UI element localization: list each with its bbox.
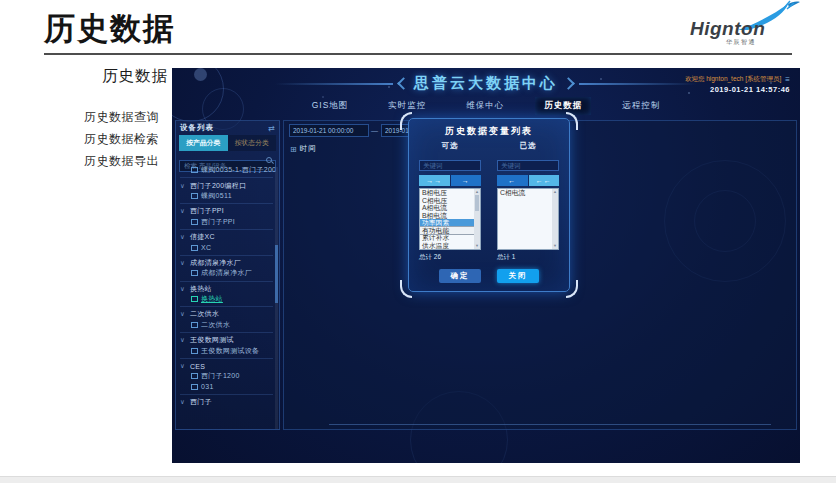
variable-item[interactable]: C相电流 [498, 189, 552, 197]
move-all-right-button[interactable]: →→ [419, 175, 450, 186]
toc-heading: 历史数据 [58, 66, 168, 87]
page-title: 历史数据 [44, 8, 176, 50]
caret-down-icon: ∨ [180, 207, 187, 215]
date-separator: — [371, 127, 378, 134]
variable-item[interactable]: 供水温度 [420, 242, 474, 250]
tree-label: 王俊数网测试 [190, 335, 234, 345]
tree-item[interactable]: 西门子PPI [180, 217, 275, 227]
tree-item[interactable]: 王俊数网测试设备 [180, 345, 275, 355]
tree-item[interactable]: 西门子1200 [180, 371, 275, 381]
table-header-time: ⊞ 时间 [290, 144, 317, 154]
variable-item[interactable]: B相电压 [420, 189, 474, 197]
variable-list-modal: 历史数据变量列表 可选 →→ → B相电压C相电压A相电流B相电流功率因素有功电… [408, 118, 570, 292]
table-divider [329, 424, 771, 425]
logo-brand: Hignton [690, 18, 765, 40]
tree-label: 西门子1200 [201, 371, 240, 381]
grid-icon: ⊞ [290, 145, 297, 154]
device-icon [191, 322, 198, 328]
device-category-tab[interactable]: 按产品分类 [179, 135, 228, 151]
device-icon [191, 219, 198, 225]
toc-item: 历史数据查询 [84, 106, 159, 128]
tree-group[interactable]: ∨西门子200编程口 [180, 177, 273, 190]
tree-label: 西门子PPI [190, 206, 224, 216]
device-icon [191, 167, 198, 173]
move-all-left-button[interactable]: ←← [529, 175, 560, 186]
tree-group[interactable]: ∨成都清泉净水厂 [180, 255, 273, 268]
time-header-label: 时间 [300, 144, 317, 154]
tree-scrollbar-thumb[interactable] [275, 245, 278, 303]
available-keyword-input[interactable] [419, 160, 481, 171]
scroll-down-icon[interactable]: ▼ [475, 243, 479, 249]
nav-tab[interactable]: 历史数据 [535, 97, 591, 115]
variable-item[interactable]: 有功电能 [420, 227, 474, 235]
nav-tab[interactable]: 维保中心 [457, 97, 513, 115]
tree-label: 二次供水 [190, 309, 219, 319]
chosen-keyword-input[interactable] [497, 160, 559, 171]
caret-down-icon: ∨ [180, 336, 187, 344]
tree-item[interactable]: 成都清泉净水厂 [180, 268, 275, 278]
tree-group[interactable]: ∨换热站 [180, 281, 273, 294]
variable-item[interactable]: A相电流 [420, 204, 474, 212]
ok-button[interactable]: 确定 [439, 269, 481, 283]
scroll-up-icon[interactable]: ▲ [553, 189, 557, 195]
nav-tab[interactable]: GIS地图 [303, 97, 358, 115]
tree-label: CES [190, 363, 205, 370]
tree-group[interactable]: ∨王俊数网测试 [180, 332, 273, 345]
tree-group[interactable]: ∨西门子 [180, 394, 273, 407]
chevron-left-icon [397, 77, 410, 90]
tree-label: 王俊数网测试设备 [201, 346, 259, 356]
device-panel-title: 设备列表 [180, 123, 214, 133]
variable-item[interactable]: C相电压 [420, 197, 474, 205]
variable-item[interactable]: 累计补水 [420, 234, 474, 242]
chosen-column: 已选 ← ←← C相电流 ▲ ▼ 总计 1 [497, 141, 559, 262]
dashboard-screenshot: 思普云大数据中心 欢迎您 hignton_tech [系统管理员] ≡ 2019… [172, 68, 800, 463]
search-icon [266, 157, 272, 163]
tree-group[interactable]: ∨西门子PPI [180, 203, 273, 216]
nav-tab[interactable]: 远程控制 [613, 97, 669, 115]
device-icon [191, 270, 198, 276]
move-right-button[interactable]: → [451, 175, 482, 186]
menu-icon[interactable]: ≡ [785, 75, 790, 84]
tree-group[interactable]: ∨CES [180, 358, 273, 371]
device-category-tab[interactable]: 按状态分类 [228, 135, 277, 151]
collapse-icon[interactable]: ⇄ [268, 124, 275, 133]
tree-item[interactable]: 二次供水 [180, 320, 275, 330]
tree-label: XC [201, 244, 211, 251]
tree-scrollbar[interactable] [275, 167, 278, 429]
scroll-down-icon[interactable]: ▼ [553, 243, 557, 249]
tree-group[interactable]: ∨二次供水 [180, 306, 273, 319]
tree-label: 成都清泉净水厂 [201, 268, 252, 278]
chosen-scrollbar[interactable]: ▲ ▼ [552, 189, 558, 249]
chosen-list: C相电流 [498, 189, 552, 249]
logo-subtitle: 华辰智通 [726, 38, 756, 47]
toc-item: 历史数据导出 [84, 150, 159, 172]
date-from-input[interactable] [289, 124, 369, 137]
tree-item[interactable]: 蝶阀0035-1-西门子200 [180, 165, 275, 175]
tree-label: 西门子PPI [201, 217, 235, 227]
tree-item[interactable]: 换热站 [180, 294, 275, 304]
move-left-button[interactable]: ← [497, 175, 528, 186]
tree-label: 西门子200编程口 [190, 181, 246, 191]
tree-label: 西门子 [190, 397, 212, 407]
header-line-right [579, 83, 697, 85]
tree-item[interactable]: 蝶阀0511 [180, 191, 275, 201]
variable-item[interactable]: B相电流 [420, 212, 474, 220]
caret-down-icon: ∨ [180, 285, 187, 293]
close-button[interactable]: 关闭 [497, 269, 539, 283]
available-transfer-buttons: →→ → [419, 175, 481, 186]
available-total: 总计 26 [419, 253, 481, 262]
tree-group[interactable]: ∨信捷XC [180, 229, 273, 242]
device-icon [191, 245, 198, 251]
device-panel: 设备列表 ⇄ 按产品分类按状态分类 蝶阀0035-1-西门子200∨西门子200… [175, 120, 280, 430]
welcome-text: 欢迎您 hignton_tech [系统管理员] ≡ [685, 75, 790, 84]
modal-title: 历史数据变量列表 [409, 125, 569, 138]
available-column: 可选 →→ → B相电压C相电压A相电流B相电流功率因素有功电能累计补水供水温度… [419, 141, 481, 262]
chosen-listbox: C相电流 ▲ ▼ [497, 188, 559, 250]
available-scrollbar-thumb[interactable] [475, 195, 479, 211]
variable-item[interactable]: 功率因素 [420, 219, 474, 227]
tree-label: 换热站 [201, 294, 223, 304]
device-icon [191, 296, 198, 302]
available-scrollbar[interactable]: ▲ ▼ [474, 189, 480, 249]
tree-item[interactable]: 031 [180, 382, 275, 392]
tree-item[interactable]: XC [180, 242, 275, 252]
